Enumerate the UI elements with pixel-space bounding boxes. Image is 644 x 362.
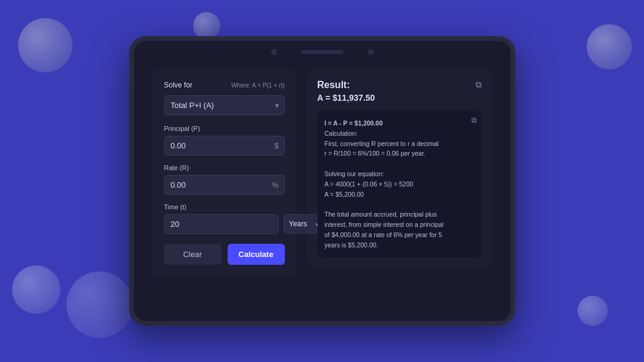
solve-for-header: Solve for Where: A = P(1 + rt): [164, 81, 285, 89]
result-card: Result: ⧉ A = $11,937.50 ⧉ I = A - P = $…: [307, 69, 493, 268]
rate-field-group: Rate (R) %: [164, 164, 285, 195]
detail-line-12: of $4,000.00 at a rate of 6% per year fo…: [325, 231, 442, 238]
bg-blob-2: [193, 12, 220, 39]
principal-field-group: Principal (P) $: [164, 125, 285, 156]
tablet-content: Solve for Where: A = P(1 + rt) Total P+I…: [134, 63, 511, 321]
detail-line-4: r = R/100 = 6%/100 = 0.06 per year.: [325, 150, 426, 157]
bg-blob-1: [18, 18, 72, 72]
rate-label: Rate (R): [164, 164, 285, 171]
bg-blob-4: [66, 272, 133, 338]
solve-for-select[interactable]: Total P+I (A): [164, 95, 285, 115]
detail-line-11: interest, from simple interest on a prin…: [325, 221, 444, 228]
solve-for-select-wrapper[interactable]: Total P+I (A) ▾: [164, 95, 285, 115]
bg-blob-3: [12, 265, 60, 314]
detail-line-10: The total amount accrued, principal plus: [325, 211, 437, 218]
solve-for-label: Solve for: [164, 81, 193, 89]
detail-line-6: Solving our equation:: [325, 170, 384, 177]
result-title: Result:: [317, 80, 350, 91]
principal-label: Principal (P): [164, 125, 285, 132]
detail-copy-icon[interactable]: ⧉: [471, 116, 477, 124]
calculate-button[interactable]: Calculate: [228, 244, 285, 265]
clear-button[interactable]: Clear: [164, 244, 222, 265]
time-input[interactable]: [164, 214, 279, 234]
dollar-suffix: $: [275, 142, 279, 150]
detail-line-2: Calculation:: [325, 130, 358, 137]
calculator-card: Solve for Where: A = P(1 + rt) Total P+I…: [152, 69, 297, 277]
rate-input[interactable]: [164, 175, 285, 195]
copy-icon[interactable]: ⧉: [476, 80, 482, 90]
formula-text: Where: A = P(1 + rt): [231, 82, 284, 89]
detail-line-3: First, converting R percent to r a decim…: [325, 140, 439, 147]
detail-line-13: years is $5,200.00.: [325, 241, 378, 249]
bg-blob-6: [578, 296, 608, 326]
result-detail-box: ⧉ I = A - P = $1,200.00 Calculation: Fir…: [317, 111, 482, 257]
detail-line-7: A = 4000(1 + (0.06 × 5)) = 5200: [325, 180, 413, 188]
tablet-top-bar: [134, 41, 511, 63]
principal-input-wrapper: $: [164, 136, 285, 156]
time-field-group: Time (t) Years ▾: [164, 203, 285, 234]
rate-input-wrapper: %: [164, 175, 285, 195]
bg-blob-5: [587, 24, 632, 69]
time-input-wrapper: Years ▾: [164, 214, 285, 234]
detail-line-8: A = $5,200.00: [325, 191, 364, 198]
principal-input[interactable]: [164, 136, 285, 156]
result-value: A = $11,937.50: [317, 93, 482, 103]
result-header: Result: ⧉: [317, 80, 482, 91]
percent-suffix: %: [272, 181, 279, 189]
speaker-bar: [301, 50, 343, 54]
time-label: Time (t): [164, 203, 285, 211]
camera-dot-2: [368, 49, 374, 55]
camera-dot: [271, 49, 277, 55]
buttons-row: Clear Calculate: [164, 244, 285, 265]
result-detail-text: I = A - P = $1,200.00 Calculation: First…: [325, 118, 474, 250]
tablet-frame: Solve for Where: A = P(1 + rt) Total P+I…: [129, 36, 515, 326]
detail-line-1: I = A - P = $1,200.00: [325, 119, 383, 127]
